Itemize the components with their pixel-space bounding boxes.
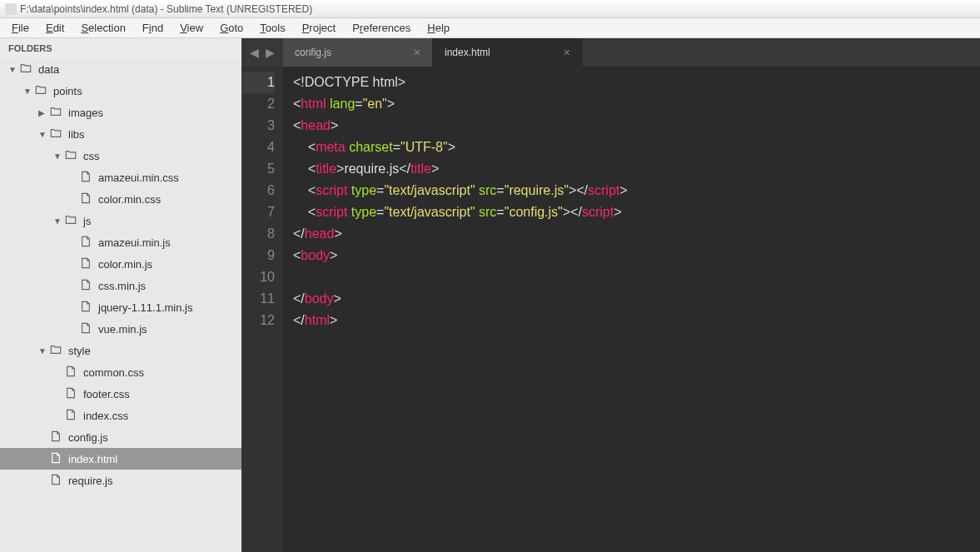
tree-arrow-icon: ▼ xyxy=(53,152,63,161)
tree-item-label: jquery-1.11.1.min.js xyxy=(98,301,192,314)
folder-tree: ▼data▼points▶images▼libs▼cssamazeui.min.… xyxy=(0,58,241,552)
tab-label: config.js xyxy=(295,47,331,58)
code-line[interactable]: <meta charset="UTF-8"> xyxy=(293,137,980,158)
code-line[interactable]: </html> xyxy=(293,310,980,331)
line-number: 8 xyxy=(241,223,275,245)
file-item[interactable]: index.css xyxy=(0,405,241,426)
tree-item-label: config.js xyxy=(68,431,108,444)
file-item[interactable]: index.html xyxy=(0,448,241,470)
code-line[interactable]: <html lang="en"> xyxy=(293,93,980,115)
line-number: 5 xyxy=(241,158,275,180)
folder-icon xyxy=(35,84,48,98)
line-number: 10 xyxy=(241,266,275,288)
file-item[interactable]: vue.min.js xyxy=(0,318,241,340)
file-item[interactable]: color.min.js xyxy=(0,253,241,275)
file-item[interactable]: footer.css xyxy=(0,383,241,405)
app-icon xyxy=(5,3,17,15)
tree-item-label: common.css xyxy=(83,366,144,379)
tree-item-label: js xyxy=(83,215,91,227)
code-line[interactable]: </body> xyxy=(293,288,980,310)
folder-icon xyxy=(65,214,78,228)
tab[interactable]: config.js× xyxy=(283,38,433,67)
tree-item-label: footer.css xyxy=(83,388,130,400)
code-line[interactable]: <body> xyxy=(293,245,980,266)
file-item[interactable]: config.js xyxy=(0,426,241,448)
tree-arrow-icon: ▼ xyxy=(53,216,63,226)
folder-item[interactable]: ▼points xyxy=(0,80,241,102)
menu-help[interactable]: Help xyxy=(419,19,458,37)
menu-project[interactable]: Project xyxy=(294,19,344,37)
code-line[interactable]: <script type="text/javascript" src="requ… xyxy=(293,180,980,201)
file-icon xyxy=(50,474,63,488)
file-item[interactable]: jquery-1.11.1.min.js xyxy=(0,296,241,318)
sidebar-header: FOLDERS xyxy=(0,38,241,58)
file-item[interactable]: color.min.css xyxy=(0,188,241,210)
file-item[interactable]: amazeui.min.js xyxy=(0,231,241,253)
tree-item-label: require.js xyxy=(68,475,112,487)
file-icon xyxy=(80,301,93,315)
code-content[interactable]: <!DOCTYPE html><html lang="en"><head> <m… xyxy=(283,67,980,552)
file-item[interactable]: require.js xyxy=(0,470,241,491)
tree-arrow-icon: ▼ xyxy=(38,346,48,356)
line-number: 1 xyxy=(241,72,275,93)
file-item[interactable]: css.min.js xyxy=(0,275,241,296)
tree-item-label: points xyxy=(53,85,82,97)
folder-item[interactable]: ▼style xyxy=(0,340,241,361)
code-line[interactable]: <script type="text/javascript" src="conf… xyxy=(293,201,980,223)
file-item[interactable]: amazeui.min.css xyxy=(0,167,241,188)
sidebar: FOLDERS ▼data▼points▶images▼libs▼cssamaz… xyxy=(0,38,241,552)
folder-icon xyxy=(50,344,63,358)
tree-item-label: vue.min.js xyxy=(98,323,147,336)
code-line[interactable]: <head> xyxy=(293,115,980,137)
tree-item-label: images xyxy=(68,107,103,119)
line-number: 11 xyxy=(241,288,275,310)
file-icon xyxy=(50,430,63,445)
menu-view[interactable]: View xyxy=(172,19,211,37)
tree-item-label: color.min.js xyxy=(98,258,152,271)
tree-arrow-icon: ▼ xyxy=(23,87,33,96)
line-number: 12 xyxy=(241,310,275,331)
menu-tools[interactable]: Tools xyxy=(251,19,293,37)
file-icon xyxy=(65,409,78,423)
code-line[interactable]: </head> xyxy=(293,223,980,245)
folder-item[interactable]: ▼libs xyxy=(0,123,241,145)
folder-icon xyxy=(20,62,33,77)
close-icon[interactable]: × xyxy=(414,46,420,59)
line-number: 6 xyxy=(241,180,275,201)
menubar: File Edit Selection Find View Goto Tools… xyxy=(0,18,980,38)
tab-prev-icon[interactable]: ◀ xyxy=(250,46,259,59)
code-line[interactable]: <!DOCTYPE html> xyxy=(293,72,980,93)
file-icon xyxy=(80,257,93,271)
menu-goto[interactable]: Goto xyxy=(211,19,251,37)
line-number: 9 xyxy=(241,245,275,266)
menu-file[interactable]: File xyxy=(3,19,37,37)
menu-preferences[interactable]: Preferences xyxy=(344,19,419,37)
folder-item[interactable]: ▼js xyxy=(0,210,241,231)
tree-arrow-icon: ▼ xyxy=(38,130,48,139)
tree-arrow-icon: ▶ xyxy=(38,108,48,117)
menu-find[interactable]: Find xyxy=(134,19,172,37)
tree-item-label: libs xyxy=(68,128,85,141)
tab-next-icon[interactable]: ▶ xyxy=(266,46,275,59)
folder-item[interactable]: ▼data xyxy=(0,58,241,80)
file-icon xyxy=(65,366,78,380)
file-icon xyxy=(80,279,93,293)
code-area[interactable]: 123456789101112 <!DOCTYPE html><html lan… xyxy=(241,67,980,552)
tree-item-label: style xyxy=(68,345,91,357)
file-item[interactable]: common.css xyxy=(0,361,241,383)
close-icon[interactable]: × xyxy=(564,46,570,59)
folder-item[interactable]: ▼css xyxy=(0,145,241,167)
code-line[interactable]: <title>require.js</title> xyxy=(293,158,980,180)
line-number: 7 xyxy=(241,201,275,223)
code-line[interactable] xyxy=(293,266,980,288)
menu-selection[interactable]: Selection xyxy=(72,19,133,37)
tab-label: index.html xyxy=(445,47,490,58)
folder-icon xyxy=(65,149,78,163)
menu-edit[interactable]: Edit xyxy=(37,19,72,37)
folder-icon xyxy=(50,106,63,120)
tab-bar: ◀ ▶ config.js×index.html× xyxy=(241,38,980,67)
tree-item-label: css xyxy=(83,150,100,162)
line-number: 3 xyxy=(241,115,275,137)
tab[interactable]: index.html× xyxy=(433,38,583,67)
folder-item[interactable]: ▶images xyxy=(0,102,241,123)
